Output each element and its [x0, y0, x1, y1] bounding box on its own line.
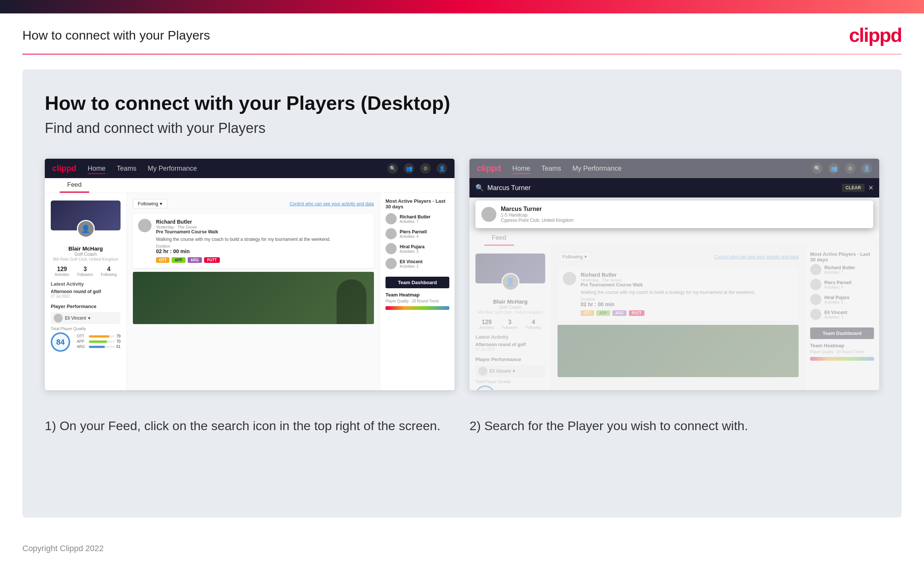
dimmed-background: Feed 👤 Blair McHarg Golf Coach Mill Ride… — [469, 231, 879, 390]
player-list-item-1: Piers Parnell Activities: 4 — [385, 228, 449, 239]
search-icon-nav[interactable]: 🔍 — [387, 163, 398, 174]
screenshot-2: clippd Home Teams My Performance 🔍 👥 ⚙ 👤 — [469, 159, 879, 390]
clippd-logo: clippd — [849, 24, 901, 46]
left-panel-2: 👤 Blair McHarg Golf Coach Mill Ride Golf… — [469, 246, 552, 390]
main-subtitle: Find and connect with your Players — [45, 120, 879, 136]
right-panel-1: Most Active Players - Last 30 days Richa… — [380, 193, 455, 390]
step-1-description: 1) On your Feed, click on the search ico… — [45, 412, 455, 435]
player-list-item-2: Hiral Pujara Activities: 3 — [385, 243, 449, 254]
profile-avatar-2: 👤 — [502, 273, 519, 291]
left-panel-1: 👤 Blair McHarg Golf Coach Mill Ride Golf… — [45, 193, 127, 390]
golfer-silhouette — [337, 279, 366, 324]
quality-bars-1: OTT 79 APP 70 — [73, 334, 121, 350]
player-info-0: Richard Butler Activities: 7 — [400, 214, 430, 224]
player-perf-2: Player Performance Eli Vincent ▾ Total P… — [476, 357, 545, 390]
mid-panel-2: Following ▾ Control who can see your act… — [552, 246, 804, 390]
nav-home-2: Home — [512, 165, 530, 172]
app-body-2: 👤 Blair McHarg Golf Coach Mill Ride Golf… — [469, 246, 879, 390]
profile-stats-2: 129 Activities 3 Followers 4 Following — [476, 319, 545, 330]
control-link[interactable]: Control who can see your activity and da… — [290, 201, 374, 206]
team-dashboard-button-1[interactable]: Team Dashboard — [385, 277, 449, 288]
team-heatmap-title-1: Team Heatmap — [385, 292, 449, 297]
latest-activity-name: Afternoon round of golf — [51, 289, 121, 294]
player-info-2: Hiral Pujara Activities: 3 — [400, 244, 425, 253]
nav-myperformance-2: My Performance — [573, 165, 622, 172]
stat-following: 4 Following — [101, 266, 117, 277]
search-result-club: Cypress Point Club, United Kingdom — [501, 218, 574, 223]
nav-icons-1: 🔍 👥 ⚙ 👤 — [387, 163, 447, 174]
feed-tab-2: Feed — [484, 231, 514, 246]
feed-tab[interactable]: Feed — [60, 178, 89, 193]
quality-label-1: Total Player Quality — [51, 326, 121, 331]
nav-teams-2: Teams — [542, 165, 561, 172]
app-logo-2: clippd — [477, 164, 501, 173]
search-icon-2: 🔍 — [812, 163, 822, 174]
profile-name-1: Blair McHarg — [51, 245, 121, 252]
player-info-3: Eli Vincent Activities: 1 — [400, 259, 422, 268]
app-logo-1: clippd — [52, 164, 76, 173]
page-title: How to connect with your Players — [23, 28, 210, 42]
app-navbar-1: clippd Home Teams My Performance 🔍 👥 ⚙ 👤 — [45, 159, 455, 178]
search-result-info: Marcus Turner 1-5 Handicap Cypress Point… — [501, 206, 574, 223]
heatmap-sub-1: Player Quality · 20 Round Trend — [385, 299, 449, 303]
activity-image — [133, 272, 374, 324]
player-performance-section-1: Player Performance Eli Vincent ▾ Total P… — [51, 304, 121, 352]
user-avatar-nav[interactable]: 👤 — [437, 163, 447, 174]
mid-panel-1: Following ▾ Control who can see your act… — [127, 193, 380, 390]
people-icon-nav[interactable]: 👥 — [404, 163, 414, 174]
settings-icon-2: ⚙ — [845, 163, 855, 174]
player-list-item-0: Richard Butler Activities: 7 — [385, 213, 449, 224]
quality-score-1: 84 — [51, 332, 70, 352]
profile-info-2: Blair McHarg Golf Coach Mill Ride Golf C… — [476, 298, 545, 314]
user-avatar-2: 👤 — [861, 163, 872, 174]
copyright-text: Copyright Clippd 2022 — [23, 544, 104, 553]
player-select-1[interactable]: Eli Vincent ▾ — [51, 312, 121, 324]
bar-app: APP 70 — [77, 339, 121, 344]
heatmap-bar-1 — [385, 306, 449, 310]
player-avatar-2 — [385, 243, 397, 254]
header-divider — [23, 54, 901, 55]
player-select-avatar — [54, 313, 63, 323]
activity-description: Walking the course with my coach to buil… — [156, 237, 369, 242]
search-overlay-container: 🔍 CLEAR × Marcus Turner 1-5 Handicap — [469, 178, 879, 228]
tag-ott: OTT — [156, 257, 170, 263]
activity-user-name: Richard Butler — [156, 219, 369, 225]
activity-user-avatar — [138, 219, 152, 232]
nav-icons-2: 🔍 👥 ⚙ 👤 — [812, 163, 872, 174]
latest-activity-date: 27 Jul 2022 — [51, 294, 121, 298]
right-panel-2: Most Active Players - Last 30 days Richa… — [804, 246, 879, 390]
stat-activities: 129 Activities — [55, 266, 69, 277]
search-result-handicap: 1-5 Handicap — [501, 213, 574, 218]
main-content-area: How to connect with your Players (Deskto… — [23, 70, 901, 518]
search-icon-overlay: 🔍 — [476, 184, 484, 192]
profile-role-1: Golf Coach — [51, 252, 121, 257]
main-title: How to connect with your Players (Deskto… — [45, 92, 879, 114]
following-button[interactable]: Following ▾ — [133, 199, 167, 208]
clear-button[interactable]: CLEAR — [842, 184, 865, 192]
most-active-title: Most Active Players - Last 30 days — [385, 198, 449, 209]
profile-avatar-1: 👤 — [77, 220, 95, 238]
bar-arg: ARG 61 — [77, 345, 121, 349]
screenshot-1: clippd Home Teams My Performance 🔍 👥 ⚙ 👤… — [45, 159, 455, 390]
search-result-avatar-0 — [481, 207, 496, 222]
nav-home-1[interactable]: Home — [88, 165, 105, 172]
search-input[interactable] — [487, 184, 838, 192]
nav-myperformance-1[interactable]: My Performance — [148, 165, 197, 172]
page-header: How to connect with your Players clippd — [0, 13, 924, 54]
player-avatar-0 — [385, 213, 397, 224]
player-performance-title-1: Player Performance — [51, 304, 121, 309]
player-list-item-3: Eli Vincent Activities: 1 — [385, 258, 449, 269]
steps-row: 1) On your Feed, click on the search ico… — [45, 412, 879, 435]
nav-teams-1[interactable]: Teams — [117, 165, 137, 172]
close-button[interactable]: × — [868, 183, 873, 193]
tag-putt: PUTT — [204, 257, 220, 263]
app-navbar-2: clippd Home Teams My Performance 🔍 👥 ⚙ 👤 — [469, 159, 879, 178]
page-footer: Copyright Clippd 2022 — [0, 533, 924, 565]
search-bar: 🔍 CLEAR × — [469, 178, 879, 198]
activity-content: Richard Butler Yesterday · The Grove Pre… — [156, 219, 369, 263]
app-body-1: 👤 Blair McHarg Golf Coach Mill Ride Golf… — [45, 193, 455, 390]
settings-icon-nav[interactable]: ⚙ — [420, 163, 430, 174]
profile-stats-1: 129 Activities 3 Followers 4 Following — [51, 266, 121, 277]
search-result-0[interactable]: Marcus Turner 1-5 Handicap Cypress Point… — [476, 201, 873, 228]
search-dropdown: Marcus Turner 1-5 Handicap Cypress Point… — [476, 201, 873, 228]
